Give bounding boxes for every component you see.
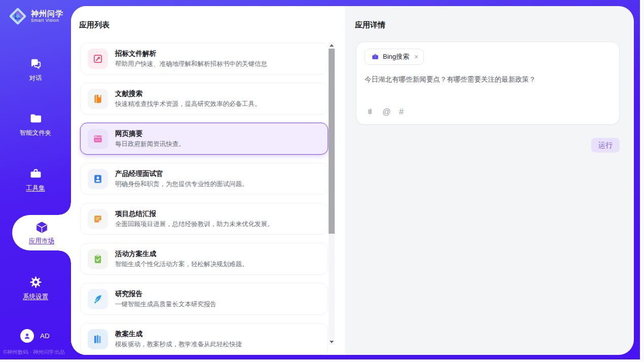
app-detail-panel: 应用详情 Bing搜索 × 今日湖北有哪些新闻要点？有哪些需要关注的最新政策？ … [345,6,634,355]
app-card-description: 每日政府新闻资讯快查。 [115,140,185,149]
brand-subtitle: Smart Vision [31,18,63,23]
app-card-text: 产品经理面试官明确身份和职责，为您提供专业性的面试问题。 [115,169,248,189]
cube-icon [35,221,49,234]
app-card-description: 模板驱动，教案秒成，教学准备从此轻松快捷 [115,340,242,349]
app-card[interactable]: 文献搜索快速精准查找学术资源，提高研究效率的必备工具。 [80,83,328,115]
app-card-description: 明确身份和职责，为您提供专业性的面试问题。 [115,180,248,189]
sidebar-item-label: 系统设置 [23,293,48,301]
app-card-title: 项目总结汇报 [115,209,274,219]
hash-icon[interactable]: # [399,107,404,116]
app-list-scrollbar[interactable] [329,42,335,345]
close-icon[interactable]: × [414,53,418,60]
sidebar-item-chat[interactable]: 对话 [0,57,71,83]
query-card: Bing搜索 × 今日湖北有哪些新闻要点？有哪些需要关注的最新政策？ @# [356,42,620,125]
app-card-title: 网页摘要 [115,129,185,138]
doc-edit-icon [88,49,108,69]
sidebar-item-label: 工具集 [26,184,45,193]
app-card-description: 智能生成个性化活动方案，轻松解决规划难题。 [115,260,248,269]
app-card[interactable]: 活动方案生成智能生成个性化活动方案，轻松解决规划难题。 [80,243,328,275]
tool-tag-label: Bing搜索 [383,52,409,61]
run-button[interactable]: 运行 [591,138,620,153]
app-card-description: 全面回顾项目进展，总结经验教训，助力未来优化发展。 [115,220,274,229]
sidebar-item-label: 对话 [29,74,42,83]
sidebar-item-app-market[interactable]: 应用市场 [12,215,71,250]
sidebar-item-toolset[interactable]: 工具集 [0,167,71,193]
app-card-title: 招标文件解析 [115,49,267,58]
sidebar-item-label: 智能文件夹 [20,129,52,137]
scroll-down-button[interactable] [329,339,335,345]
app-list-title: 应用列表 [79,20,110,30]
app-card-text: 文献搜索快速精准查找学术资源，提高研究效率的必备工具。 [115,89,261,108]
chat-icon [29,57,43,70]
avatar [20,329,34,343]
sidebar: 神州问学 Smart Vision 对话智能文件夹工具集应用市场系统设置 AD … [0,0,71,359]
app-card-list: 招标文件解析帮助用户快速、准确地理解和解析招标书中的关键信息文献搜索快速精准查找… [80,43,328,355]
toolbox-icon [29,167,43,180]
web-code-icon: </> [88,129,108,149]
app-card-title: 教案生成 [115,330,242,339]
app-card-description: 帮助用户快速、准确地理解和解析招标书中的关键信息 [115,60,267,68]
brand-name: 神州问学 [31,10,63,18]
query-input[interactable]: 今日湖北有哪些新闻要点？有哪些需要关注的最新政策？ [364,74,609,102]
user-row[interactable]: AD [20,329,50,343]
sidebar-footer: ©神州数码 · 神州问学出品 [3,349,74,356]
book-icon [88,89,108,109]
app-card[interactable]: 招标文件解析帮助用户快速、准确地理解和解析招标书中的关键信息 [80,43,328,75]
app-card-title: 活动方案生成 [115,249,248,259]
app-card-title: 产品经理面试官 [115,169,248,178]
note-icon [88,209,108,229]
brand-logo-diamond-icon [8,7,27,26]
folder-icon [29,112,43,125]
app-card[interactable]: 产品经理面试官明确身份和职责，为您提供专业性的面试问题。 [80,163,328,195]
app-window: 应用列表 招标文件解析帮助用户快速、准确地理解和解析招标书中的关键信息文献搜索快… [0,0,644,362]
attachment-icon[interactable] [366,107,374,116]
main-window: 应用列表 招标文件解析帮助用户快速、准确地理解和解析招标书中的关键信息文献搜索快… [71,6,634,355]
interviewer-icon [88,169,108,189]
research-icon [88,289,108,309]
sidebar-item-label: 应用市场 [29,237,54,245]
app-card-text: 项目总结汇报全面回顾项目进展，总结经验教训，助力未来优化发展。 [115,209,274,229]
scroll-up-button[interactable] [329,42,335,48]
app-card-text: 研究报告一键智能生成高质量长文本研究报告 [115,289,217,309]
mention-icon[interactable]: @ [382,107,391,116]
input-toolbar: @# [366,107,404,116]
gear-icon [29,275,43,289]
app-card-text: 活动方案生成智能生成个性化活动方案，轻松解决规划难题。 [115,249,248,269]
sidebar-item-system-settings[interactable]: 系统设置 [0,275,71,301]
briefcase-icon [371,53,379,61]
app-card-title: 文献搜索 [115,89,261,98]
triangle-up-icon [330,44,334,47]
app-card-description: 一键智能生成高质量长文本研究报告 [115,300,217,309]
books-icon [88,329,108,349]
clipboard-icon [88,249,108,269]
app-card[interactable]: 教案生成模板驱动，教案秒成，教学准备从此轻松快捷 [80,323,328,355]
app-card-description: 快速精准查找学术资源，提高研究效率的必备工具。 [115,100,261,108]
app-card-text: 招标文件解析帮助用户快速、准确地理解和解析招标书中的关键信息 [115,49,267,68]
app-card-title: 研究报告 [115,289,217,299]
app-card-text: 网页摘要每日政府新闻资讯快查。 [115,129,185,149]
user-name: AD [40,332,50,340]
app-detail-title: 应用详情 [355,20,385,30]
brand: 神州问学 Smart Vision [8,7,63,26]
app-list-panel: 应用列表 招标文件解析帮助用户快速、准确地理解和解析招标书中的关键信息文献搜索快… [71,6,345,355]
svg-text:</>: </> [95,138,101,141]
scrollbar-thumb[interactable] [329,49,335,234]
app-card[interactable]: 项目总结汇报全面回顾项目进展，总结经验教训，助力未来优化发展。 [80,203,328,235]
app-card[interactable]: 研究报告一键智能生成高质量长文本研究报告 [80,283,328,315]
app-card-text: 教案生成模板驱动，教案秒成，教学准备从此轻松快捷 [115,330,242,349]
tool-tag-bing-search[interactable]: Bing搜索 × [365,49,424,65]
triangle-down-icon [330,341,334,343]
app-card-selected[interactable]: </>网页摘要每日政府新闻资讯快查。 [80,123,328,155]
sidebar-item-smart-folders[interactable]: 智能文件夹 [0,112,71,137]
